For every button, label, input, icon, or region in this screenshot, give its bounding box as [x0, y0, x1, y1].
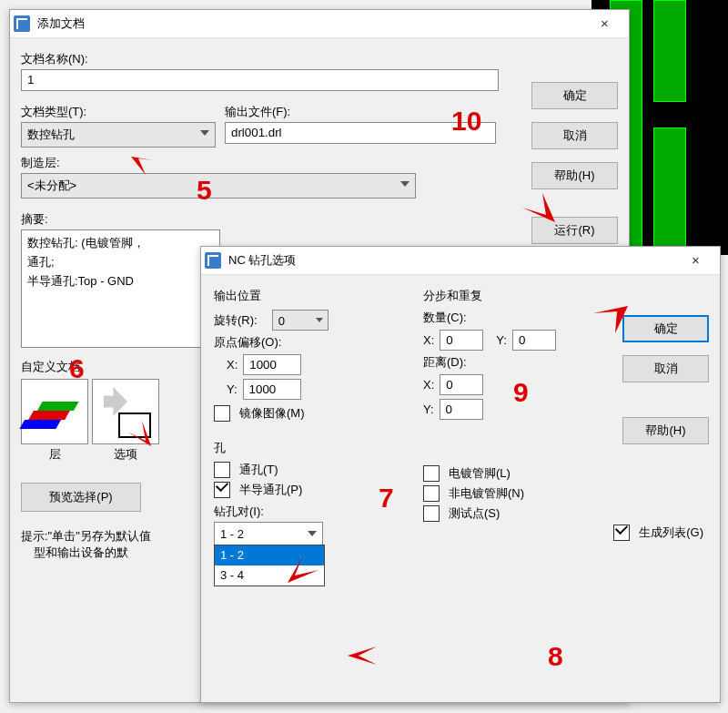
output-file-label: 输出文件(F): [225, 104, 503, 120]
generate-list-label: 生成列表(G) [639, 525, 703, 541]
nonplated-checkbox[interactable] [423, 485, 440, 502]
dist-y-input[interactable] [440, 399, 483, 420]
help-button[interactable]: 帮助(H) [531, 162, 618, 189]
chevron-down-icon [316, 318, 323, 322]
drill-pair-select[interactable]: 1 - 2 1 - 2 3 - 4 [214, 522, 323, 546]
drill-pair-menu: 1 - 2 3 - 4 [214, 545, 325, 586]
partial-label: 半导通孔(P) [239, 482, 302, 498]
plated-checkbox[interactable] [423, 465, 440, 482]
layers-caption: 层 [21, 444, 88, 463]
mirror-label: 镜像图像(M) [239, 405, 305, 422]
fab-layer-value: <未分配> [27, 178, 76, 192]
rotate-select[interactable]: 0 [272, 310, 329, 331]
summary-box: 数控钻孔: (电镀管脚， 通孔; 半导通孔:Top - GND [21, 229, 220, 348]
origin-offset-label: 原点偏移(O): [214, 334, 396, 351]
drill-pair-label: 钻孔对(I): [214, 504, 396, 520]
nc-help-button[interactable]: 帮助(H) [622, 417, 709, 444]
through-label: 通孔(T) [239, 462, 278, 478]
fab-layer-label: 制造层: [21, 155, 503, 171]
nonplated-label: 非电镀管脚(N) [449, 485, 524, 502]
summary-label: 摘要: [21, 211, 503, 228]
options-button[interactable] [92, 379, 159, 444]
chevron-down-icon [400, 181, 410, 187]
fab-layer-select[interactable]: <未分配> [21, 173, 416, 199]
plated-label: 电镀管脚(L) [449, 465, 511, 482]
partial-checkbox[interactable] [214, 482, 230, 498]
holes-label: 孔 [214, 440, 396, 456]
rotate-label: 旋转(R): [214, 312, 258, 329]
nc-cancel-button[interactable]: 取消 [622, 355, 709, 382]
options-caption: 选项 [92, 444, 159, 463]
distance-label: 距离(D): [423, 354, 596, 371]
doc-name-label: 文档名称(N): [21, 51, 503, 67]
doc-type-value: 数控钻孔 [27, 127, 75, 141]
app-icon [14, 15, 30, 32]
ok-button[interactable]: 确定 [531, 82, 618, 109]
chevron-down-icon [308, 531, 317, 536]
step-repeat-label: 分步和重复 [423, 288, 596, 304]
titlebar: NC 钻孔选项 × [201, 247, 720, 275]
run-button[interactable]: 运行(R) [531, 217, 618, 244]
preview-button[interactable]: 预览选择(P) [21, 483, 141, 512]
drill-pair-item[interactable]: 1 - 2 [215, 545, 324, 565]
generate-list-checkbox[interactable] [613, 525, 630, 541]
app-icon [205, 252, 221, 269]
chevron-down-icon [200, 130, 209, 136]
dialog-title: 添加文档 [37, 15, 584, 32]
dist-x-input[interactable] [440, 374, 483, 395]
nc-ok-button[interactable]: 确定 [622, 315, 709, 342]
doc-name-input[interactable] [21, 69, 499, 91]
titlebar: 添加文档 × [10, 10, 629, 38]
doc-type-label: 文档类型(T): [21, 104, 212, 120]
nc-drill-dialog: NC 钻孔选项 × 输出位置 旋转(R): 0 原点偏移(O): X: [200, 246, 721, 703]
testpoint-label: 测试点(S) [449, 505, 500, 522]
drill-pair-item[interactable]: 3 - 4 [215, 565, 324, 586]
count-y-input[interactable] [512, 330, 556, 351]
count-x-input[interactable] [440, 330, 483, 351]
count-label: 数量(C): [423, 310, 596, 326]
testpoint-checkbox[interactable] [423, 505, 440, 522]
origin-x-input[interactable] [243, 354, 301, 375]
output-file-input[interactable] [225, 122, 496, 144]
cancel-button[interactable]: 取消 [531, 122, 618, 149]
through-checkbox[interactable] [214, 462, 230, 478]
output-position-label: 输出位置 [214, 288, 396, 304]
close-icon[interactable]: × [675, 247, 716, 274]
layers-button[interactable] [21, 379, 88, 444]
doc-type-select[interactable]: 数控钻孔 [21, 122, 216, 148]
close-icon[interactable]: × [584, 10, 625, 37]
mirror-checkbox[interactable] [214, 405, 230, 422]
dialog-title: NC 钻孔选项 [228, 252, 675, 269]
origin-y-input[interactable] [243, 379, 301, 400]
